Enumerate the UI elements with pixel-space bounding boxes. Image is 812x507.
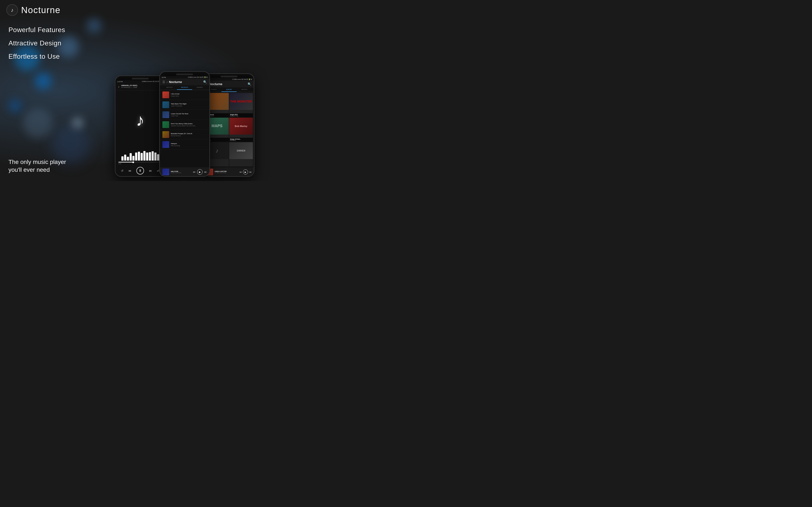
track-title: Take Back The Night (171, 103, 207, 105)
library-tabs: ARTISTS RECENTS GENRES (160, 86, 209, 90)
vis-bar (154, 153, 156, 161)
phone-player: 1:32 PM 0.00K/s ⊕ ▪▪▪▪▪▪ 4G VoLTE 🔋47 ♪ … (115, 75, 165, 177)
player-artist: TK FROM 凛として時雨 (121, 87, 137, 89)
track-item[interactable]: Take Back The Night Justin Timberlake (160, 100, 209, 110)
music-note-icon: ♪ (136, 110, 144, 130)
library-title: Nocturne (169, 80, 182, 83)
phone-notch (220, 76, 238, 77)
audio-visualizer (115, 150, 165, 161)
music-note-icon: ♪ (166, 80, 168, 83)
track-artist: Justin Timberlake (171, 105, 207, 107)
tagline: The only music player you'll ever need (8, 155, 83, 177)
np-artist: DR. DRE FEAT. EMIN... (214, 172, 238, 173)
vis-bar (157, 154, 159, 161)
main-layout: Powerful Features Attractive Design Effo… (0, 20, 289, 181)
hamburger-icon[interactable]: ☰ (162, 80, 165, 83)
progress-dot (133, 161, 134, 163)
prev-button[interactable]: ⏮ (193, 170, 195, 173)
track-thumbnail (162, 121, 169, 128)
np-title: I NEED A DOCTOR (214, 171, 238, 172)
left-panel: Powerful Features Attractive Design Effo… (4, 20, 85, 181)
album-artist: Eminem Ft. Rih... (230, 115, 252, 117)
next-button[interactable]: ⏭ (204, 170, 207, 173)
next-button[interactable]: ⏭ (249, 171, 252, 173)
phone-notch (132, 78, 149, 79)
song-info: ♪ UNRAVEL (TV EDIT) TK FROM 凛として時雨 (118, 84, 137, 89)
album-title: Songs of freed... (230, 138, 252, 140)
track-item[interactable]: Don't You Worry Child (Instru Swedish Ho… (160, 120, 209, 130)
vis-bar (138, 152, 140, 161)
tab-albums[interactable]: ALBUMS (221, 88, 237, 92)
next-button[interactable]: ⏭ (149, 169, 152, 172)
track-item[interactable]: Halcyon Ellie Goulding (160, 139, 209, 150)
library-screen: ☰ ♪ Nocturne 🔍 ARTISTS RECENTS GENRES (160, 78, 209, 177)
pause-button[interactable]: ⏸ (136, 167, 144, 174)
track-title: Leave Out All The Rest (171, 113, 207, 115)
progress-bar[interactable] (118, 162, 162, 162)
player-controls: ↺ ⏮ ⏸ ⏭ ⇄ (115, 166, 165, 177)
vis-bar (121, 156, 123, 161)
album-info: Songs of freed... Bob Marley (229, 138, 253, 142)
repeat-button[interactable]: ↺ (121, 169, 123, 172)
track-title: Don't You Worry Child (Instru (171, 123, 207, 125)
track-item[interactable]: Leave Out All The Rest Linkin Park (160, 110, 209, 120)
np-thumbnail (162, 169, 169, 175)
vis-bar (124, 155, 126, 161)
prev-button[interactable]: ⏮ (129, 169, 131, 172)
track-artist: Linkin Park (171, 115, 207, 117)
track-thumbnail (162, 92, 169, 98)
status-bar-1: 1:32 PM 0.00K/s ⊕ ▪▪▪▪▪▪ 4G VoLTE 🔋47 (115, 80, 165, 83)
time-labels: 0:31 1:30 (118, 162, 162, 165)
now-playing-bar: HALCYON ELLIE GOULDING ⏮ ▶ ⏭ (160, 167, 209, 177)
album-item[interactable]: EMINEM (229, 142, 253, 166)
vis-bar (133, 156, 135, 161)
library-header: ☰ ♪ Nocturne 🔍 (160, 78, 209, 86)
search-icon[interactable]: 🔍 (203, 80, 207, 83)
tab-artists[interactable]: ARTISTS (162, 86, 177, 90)
note-icon: ♪ (118, 85, 119, 88)
search-icon[interactable]: 🔍 (248, 82, 251, 86)
album-info: Single 2013 Eminem Ft. Rih... (229, 113, 253, 117)
vis-bar (143, 151, 146, 161)
feature-powerful: Powerful Features (8, 24, 83, 36)
phone-notch (176, 73, 193, 75)
progress-area[interactable]: 0:31 1:30 (115, 161, 165, 166)
album-artist: Bob Marley (230, 140, 252, 141)
np-controls: ⏮ ▶ ⏭ (239, 169, 252, 174)
track-title: I Am A God (171, 93, 207, 95)
play-button[interactable]: ▶ (243, 169, 248, 174)
track-thumbnail (162, 141, 169, 148)
track-item[interactable]: I Am A God Kanye West (160, 90, 209, 100)
vis-bar (152, 151, 154, 161)
progress-fill (118, 162, 133, 162)
track-artist: Benny Benassi (171, 135, 207, 136)
vis-bar (135, 153, 137, 161)
track-title: Halcyon (171, 143, 207, 145)
track-artist: Swedish House Mafia Feat John Mar... (171, 125, 207, 126)
vis-bar (127, 157, 129, 161)
album-art: ♪ (115, 91, 165, 150)
tab-genres[interactable]: GENRES (192, 86, 207, 90)
tab-artists[interactable]: ARTISTS (237, 88, 252, 92)
album-item[interactable]: THE MONSTER Single 2013 Eminem Ft. Rih..… (229, 93, 253, 117)
tab-recents[interactable]: RECENTS (177, 86, 192, 90)
phones-area: 1:32 PM 0.00K/s ⊕ ▪▪▪▪▪▪ 4G VoLTE 🔋47 ♪ … (85, 20, 285, 181)
play-button[interactable]: ▶ (197, 169, 203, 175)
vis-bar (146, 153, 148, 161)
np-controls: ⏮ ▶ ⏭ (193, 169, 207, 175)
vis-bar (149, 152, 151, 161)
now-playing-bar: I NEED A DOCTOR DR. DRE FEAT. EMIN... ⏮ … (204, 167, 254, 177)
page-content: Nocturne Powerful Features Attractive De… (0, 0, 289, 181)
phone-library: 18 PM 0.00K/s ▪▪▪▪▪▪ 4G VoLTE 🔋59 ☰ ♪ No… (159, 71, 210, 177)
np-title: HALCYON (171, 171, 182, 172)
feature-effortless: Effortless to Use (8, 51, 83, 62)
np-artist: ELLIE GOULDING (171, 172, 182, 173)
prev-button[interactable]: ⏮ (239, 171, 242, 173)
track-thumbnail (162, 131, 169, 138)
app-logo-icon (6, 4, 18, 16)
album-item[interactable]: Bob Marley Songs of freed... Bob Marley (229, 118, 253, 142)
feature-design: Attractive Design (8, 38, 83, 49)
vis-bar (130, 153, 132, 161)
album-title: Single 2013 (230, 114, 252, 115)
track-item[interactable]: Beautiful People (Ft. Chris B Benny Bena… (160, 130, 209, 139)
